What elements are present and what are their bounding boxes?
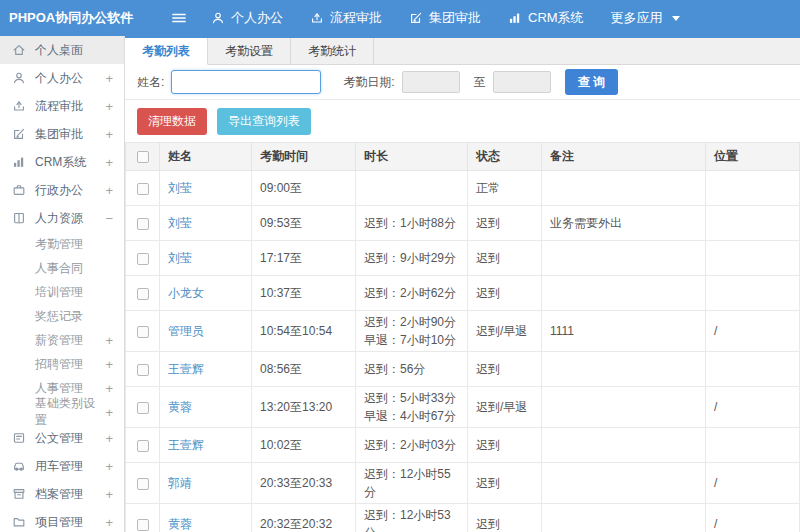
row-checkbox[interactable] <box>137 288 149 300</box>
top-nav-item[interactable]: CRM系统 <box>508 9 584 27</box>
sidebar-subitem[interactable]: 薪资管理+ <box>0 328 124 352</box>
menu-toggle-icon[interactable] <box>171 10 187 26</box>
table-row: 小龙女10:37至迟到：2小时62分迟到 <box>126 276 800 311</box>
sidebar-subitem[interactable]: 培训管理 <box>0 280 124 304</box>
tab-item[interactable]: 考勤设置 <box>208 38 291 64</box>
row-checkbox[interactable] <box>137 326 149 338</box>
edit-icon <box>12 127 27 141</box>
row-checkbox[interactable] <box>137 253 149 265</box>
status-cell: 迟到 <box>468 463 542 504</box>
row-checkbox[interactable] <box>137 364 149 376</box>
tab-item[interactable]: 考勤统计 <box>291 38 374 64</box>
status-cell: 迟到 <box>468 206 542 241</box>
sidebar-subitem[interactable]: 招聘管理+ <box>0 352 124 376</box>
date-from-input[interactable] <box>402 71 460 93</box>
sidebar-item-label: 人力资源 <box>35 210 105 227</box>
name-link[interactable]: 管理员 <box>168 324 204 338</box>
folder-icon <box>12 515 27 529</box>
sidebar-subitem-label: 培训管理 <box>35 284 113 301</box>
row-select-cell <box>126 504 160 532</box>
time-cell: 17:17至 <box>252 241 356 276</box>
name-link[interactable]: 刘莹 <box>168 216 192 230</box>
app-logo: PHPOA协同办公软件 <box>0 9 125 27</box>
search-button[interactable]: 查 询 <box>565 69 618 95</box>
name-link[interactable]: 刘莹 <box>168 251 192 265</box>
name-link[interactable]: 黄蓉 <box>168 517 192 531</box>
name-link[interactable]: 刘莹 <box>168 181 192 195</box>
name-link[interactable]: 王壹辉 <box>168 362 204 376</box>
sidebar-item-label: 公文管理 <box>35 430 105 447</box>
sidebar-subitem[interactable]: 奖惩记录 <box>0 304 124 328</box>
top-nav-item[interactable]: 个人办公 <box>211 9 283 27</box>
expand-icon: + <box>105 155 113 170</box>
row-select-cell <box>126 387 160 428</box>
row-select-cell <box>126 171 160 206</box>
table-row: 王壹辉08:56至迟到：56分迟到 <box>126 352 800 387</box>
status-cell: 迟到 <box>468 428 542 463</box>
row-select-cell <box>126 428 160 463</box>
sidebar-item[interactable]: CRM系统+ <box>0 148 124 176</box>
top-nav-item[interactable]: 更多应用 <box>611 9 680 27</box>
date-to-input[interactable] <box>493 71 551 93</box>
table-header-row: 姓名考勤时间时长状态备注位置 <box>126 143 800 171</box>
top-nav-label: 集团审批 <box>429 9 481 27</box>
expand-icon: + <box>105 381 113 396</box>
top-nav-label: 个人办公 <box>231 9 283 27</box>
select-all-cell <box>126 143 160 171</box>
sidebar-subitem[interactable]: 基础类别设置+ <box>0 400 124 424</box>
row-checkbox[interactable] <box>137 478 149 490</box>
row-checkbox[interactable] <box>137 183 149 195</box>
row-checkbox[interactable] <box>137 519 149 531</box>
top-nav-item[interactable]: 集团审批 <box>409 9 481 27</box>
home-icon <box>12 43 27 57</box>
briefcase-icon <box>12 183 27 197</box>
clean-data-button[interactable]: 清理数据 <box>137 108 207 135</box>
sidebar-item[interactable]: 项目管理+ <box>0 508 124 532</box>
sidebar-subitem[interactable]: 人事合同 <box>0 256 124 280</box>
edit-icon <box>409 11 423 25</box>
name-cell: 管理员 <box>160 311 252 352</box>
expand-icon: + <box>105 333 113 348</box>
expand-icon: + <box>105 487 113 502</box>
sidebar-item[interactable]: 档案管理+ <box>0 480 124 508</box>
export-list-button[interactable]: 导出查询列表 <box>217 108 311 135</box>
sidebar-item[interactable]: 行政办公+ <box>0 176 124 204</box>
name-link[interactable]: 郭靖 <box>168 476 192 490</box>
name-input[interactable] <box>171 70 321 94</box>
sidebar-item[interactable]: 个人办公+ <box>0 64 124 92</box>
sidebar-subitem-label: 招聘管理 <box>35 356 105 373</box>
archive-icon <box>12 487 27 501</box>
sidebar: 个人桌面个人办公+流程审批+集团审批+CRM系统+行政办公+人力资源−考勤管理人… <box>0 36 125 532</box>
name-link[interactable]: 小龙女 <box>168 286 204 300</box>
name-cell: 刘莹 <box>160 206 252 241</box>
sidebar-item-label: 个人办公 <box>35 70 105 87</box>
sidebar-item[interactable]: 用车管理+ <box>0 452 124 480</box>
time-cell: 10:02至 <box>252 428 356 463</box>
duration-line: 迟到：56分 <box>364 360 459 378</box>
doc-icon <box>12 431 27 445</box>
row-checkbox[interactable] <box>137 218 149 230</box>
name-link[interactable]: 王壹辉 <box>168 438 204 452</box>
duration-cell: 迟到：56分 <box>356 352 468 387</box>
name-link[interactable]: 黄蓉 <box>168 400 192 414</box>
time-cell: 13:20至13:20 <box>252 387 356 428</box>
location-cell: / <box>706 504 800 532</box>
tab-active[interactable]: 考勤列表 <box>125 38 208 65</box>
remark-cell <box>542 463 706 504</box>
row-checkbox[interactable] <box>137 402 149 414</box>
row-select-cell <box>126 241 160 276</box>
duration-cell: 迟到：5小时33分早退：4小时67分 <box>356 387 468 428</box>
sidebar-item[interactable]: 流程审批+ <box>0 92 124 120</box>
duration-line: 迟到：5小时33分 <box>364 389 459 407</box>
status-cell: 迟到/早退 <box>468 311 542 352</box>
sidebar-item[interactable]: 人力资源− <box>0 204 124 232</box>
sidebar-item[interactable]: 集团审批+ <box>0 120 124 148</box>
table-row: 黄蓉13:20至13:20迟到：5小时33分早退：4小时67分迟到/早退/ <box>126 387 800 428</box>
top-nav-item[interactable]: 流程审批 <box>310 9 382 27</box>
sidebar-item[interactable]: 个人桌面 <box>0 36 124 64</box>
to-label: 至 <box>474 74 486 91</box>
row-checkbox[interactable] <box>137 440 149 452</box>
select-all-checkbox[interactable] <box>137 151 149 163</box>
remark-cell: 业务需要外出 <box>542 206 706 241</box>
sidebar-subitem[interactable]: 考勤管理 <box>0 232 124 256</box>
